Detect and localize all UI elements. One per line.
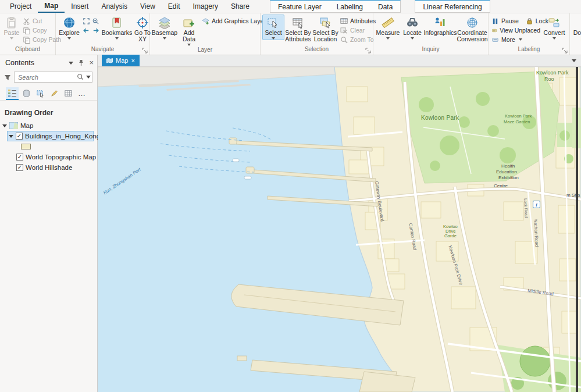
filter-funnel-icon[interactable] bbox=[3, 73, 12, 81]
tree-item-hillshade-layer[interactable]: World Hillshade bbox=[0, 162, 97, 173]
convert-labels-button[interactable]: Convert bbox=[541, 15, 567, 40]
infographics-button[interactable]: Infographics bbox=[424, 15, 457, 37]
go-to-xy-button[interactable]: Go To XY bbox=[133, 15, 152, 43]
group-label-navigate: Navigate bbox=[56, 46, 149, 55]
dropdown-caret bbox=[163, 37, 166, 40]
tab-share[interactable]: Share bbox=[224, 0, 256, 13]
dropdown-caret bbox=[10, 37, 13, 40]
contextual-tab-group-feature-layer: Feature Layer Labeling Data bbox=[270, 0, 401, 13]
tab-feature-layer[interactable]: Feature Layer bbox=[270, 1, 329, 12]
view-unplaced-button[interactable]: View Unplaced bbox=[490, 26, 541, 34]
contents-view-tabs bbox=[0, 85, 97, 101]
select-by-attributes-icon bbox=[292, 16, 305, 29]
layer-visibility-checkbox[interactable] bbox=[16, 164, 23, 171]
attributes-button[interactable]: Attributes bbox=[339, 17, 377, 25]
layer-visibility-checkbox[interactable] bbox=[16, 154, 23, 161]
group-selection: Select Select By Attributes Select By Lo… bbox=[261, 13, 373, 55]
tab-project[interactable]: Project bbox=[3, 0, 38, 13]
expander-icon[interactable] bbox=[2, 124, 7, 127]
tab-insert[interactable]: Insert bbox=[65, 0, 95, 13]
more-view-tabs-icon[interactable] bbox=[76, 87, 88, 100]
zoom-to-selection-button[interactable]: Zoom To bbox=[339, 35, 377, 44]
previous-extent-icon[interactable] bbox=[83, 27, 90, 34]
selection-dialog-launcher-icon[interactable] bbox=[365, 48, 372, 54]
tab-labeling[interactable]: Labeling bbox=[329, 1, 370, 12]
selection-list-icon bbox=[36, 89, 45, 98]
tab-analysis[interactable]: Analysis bbox=[95, 0, 134, 13]
tab-imagery[interactable]: Imagery bbox=[187, 0, 224, 13]
download-map-button[interactable]: Download Map bbox=[572, 15, 581, 47]
group-label-layer: Layer bbox=[150, 47, 260, 55]
zoom-to-selection-icon bbox=[340, 36, 348, 44]
group-label-clipboard: Clipboard bbox=[0, 46, 55, 55]
navigate-dialog-launcher-icon[interactable] bbox=[142, 48, 148, 54]
tab-edit[interactable]: Edit bbox=[162, 0, 187, 13]
contents-pane: Contents bbox=[0, 55, 98, 392]
add-data-button[interactable]: Add Data bbox=[177, 15, 201, 47]
view-tabs-chevron-icon[interactable] bbox=[572, 59, 576, 62]
tab-map[interactable]: Map bbox=[38, 0, 65, 13]
pane-close-icon[interactable] bbox=[89, 60, 94, 66]
tree-item-map[interactable]: Map bbox=[0, 120, 97, 131]
next-extent-icon[interactable] bbox=[92, 27, 99, 34]
information-poi-icon bbox=[533, 201, 540, 208]
table-grid-icon bbox=[64, 89, 73, 98]
measure-button[interactable]: Measure bbox=[375, 15, 401, 40]
cut-icon bbox=[23, 17, 30, 25]
select-button[interactable]: Select bbox=[262, 15, 284, 40]
dropdown-caret bbox=[411, 37, 414, 40]
close-view-icon[interactable] bbox=[131, 57, 134, 64]
labeling-dialog-launcher-icon[interactable] bbox=[562, 48, 568, 54]
tree-item-topographic-layer[interactable]: World Topographic Map bbox=[0, 152, 97, 162]
legend-swatch[interactable] bbox=[21, 144, 31, 149]
group-layer: Basemap Add Data Add Graphics Layer Lay bbox=[150, 13, 261, 55]
paste-button[interactable]: Paste bbox=[2, 15, 22, 40]
map-canvas[interactable]: Kowloon Park Roo Kowloon Park Kowloon Pa… bbox=[98, 67, 581, 392]
fixed-zoom-in-icon[interactable] bbox=[92, 17, 99, 25]
select-by-location-icon bbox=[319, 16, 332, 29]
more-labeling-button[interactable]: More bbox=[490, 35, 541, 44]
basemap-button[interactable]: Basemap bbox=[152, 15, 177, 40]
pane-splitter[interactable] bbox=[576, 67, 578, 392]
full-extent-icon[interactable] bbox=[83, 17, 90, 25]
go-to-xy-icon bbox=[136, 16, 149, 29]
tree-item-buildings-layer[interactable]: Buildings_in_Hong_Kong bbox=[7, 131, 94, 141]
ribbon-tab-row: Project Map Insert Analysis View Edit Im… bbox=[0, 0, 581, 13]
dropdown-caret bbox=[553, 37, 556, 40]
group-label-offline bbox=[570, 47, 581, 55]
select-icon bbox=[267, 16, 280, 29]
clear-selection-icon bbox=[340, 27, 348, 34]
list-by-editing-tab[interactable] bbox=[48, 87, 60, 100]
search-options-chevron-icon[interactable] bbox=[86, 76, 91, 79]
tab-data[interactable]: Data bbox=[370, 1, 400, 12]
tab-linear-referencing[interactable]: Linear Referencing bbox=[415, 1, 489, 12]
lock-icon bbox=[526, 17, 533, 25]
tab-view[interactable]: View bbox=[134, 0, 162, 13]
add-graphics-layer-icon bbox=[202, 17, 209, 25]
select-by-location-button[interactable]: Select By Location bbox=[312, 15, 339, 43]
clear-selection-button[interactable]: Clear bbox=[339, 26, 377, 34]
coordinate-conversion-button[interactable]: Coordinate Conversion bbox=[457, 15, 488, 43]
pane-menu-chevron-icon[interactable] bbox=[69, 62, 73, 65]
copy-icon bbox=[23, 27, 30, 34]
tree-item-legend-swatch bbox=[0, 141, 97, 152]
group-clipboard: Paste Cut Copy Copy Path bbox=[0, 13, 56, 55]
attributes-icon bbox=[340, 17, 348, 25]
pause-labeling-button[interactable]: Pause bbox=[490, 17, 520, 25]
list-by-drawing-order-tab[interactable] bbox=[6, 87, 19, 100]
pane-pin-icon[interactable] bbox=[78, 59, 84, 66]
ribbon-toolbar: Paste Cut Copy Copy Path bbox=[0, 13, 581, 55]
list-by-data-source-tab[interactable] bbox=[20, 87, 33, 100]
bookmarks-button[interactable]: Bookmarks bbox=[101, 15, 133, 40]
locate-button[interactable]: Locate bbox=[401, 15, 424, 40]
expander-icon[interactable] bbox=[9, 135, 13, 138]
arcgis-pro-window: Project Map Insert Analysis View Edit Im… bbox=[0, 0, 581, 392]
list-by-labeling-tab[interactable] bbox=[62, 87, 74, 100]
select-by-attributes-button[interactable]: Select By Attributes bbox=[284, 15, 312, 43]
layer-visibility-checkbox[interactable] bbox=[16, 133, 23, 140]
explore-button[interactable]: Explore bbox=[58, 15, 81, 40]
list-by-selection-tab[interactable] bbox=[34, 87, 47, 100]
map-view-tab[interactable]: Map bbox=[102, 55, 140, 66]
infographics-icon bbox=[434, 16, 447, 29]
dropdown-caret bbox=[187, 44, 191, 46]
